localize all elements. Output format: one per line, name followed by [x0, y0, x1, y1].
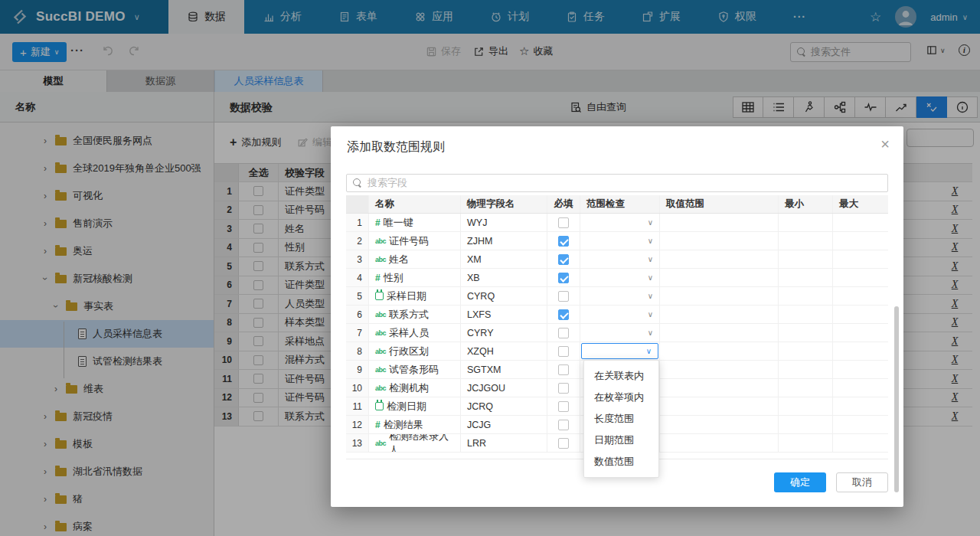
- required-checkbox[interactable]: [558, 254, 569, 265]
- field-display-name: 行政区划: [389, 345, 429, 358]
- number-type-icon: #: [375, 217, 381, 228]
- field-name-cell: abc试管条形码: [369, 361, 461, 378]
- value-range-cell: [660, 250, 779, 268]
- max-cell: [833, 232, 888, 250]
- required-checkbox[interactable]: [558, 346, 569, 357]
- fields-table-header: 名称 物理字段名 必填 范围检查 取值范围 最小 最大: [346, 195, 888, 214]
- field-name-cell: abc姓名: [369, 250, 461, 268]
- ok-button[interactable]: 确定: [774, 472, 826, 492]
- chevron-down-icon[interactable]: ∨: [648, 310, 653, 319]
- dropdown-option-1[interactable]: 在关联表内: [584, 365, 658, 387]
- dropdown-option-2[interactable]: 在枚举项内: [584, 387, 658, 408]
- min-cell: [779, 324, 833, 342]
- physical-field-name: JCJGOU: [461, 379, 547, 397]
- field-name-cell: #性别: [369, 269, 461, 286]
- max-cell: [833, 250, 888, 268]
- required-checkbox[interactable]: [558, 236, 569, 247]
- search-icon: [353, 178, 362, 188]
- chevron-down-icon[interactable]: ∨: [648, 328, 653, 337]
- required-checkbox[interactable]: [558, 383, 569, 394]
- string-type-icon: abc: [375, 440, 386, 447]
- min-cell: [779, 416, 833, 433]
- min-cell: [779, 306, 833, 323]
- field-search-input[interactable]: 搜索字段: [346, 174, 888, 192]
- max-cell: [833, 269, 888, 286]
- value-range-cell: [660, 361, 779, 378]
- min-cell: [779, 269, 833, 286]
- required-cell: [547, 287, 580, 305]
- max-cell: [833, 306, 888, 323]
- required-checkbox[interactable]: [558, 309, 569, 320]
- physical-field-name: XB: [461, 269, 547, 286]
- dropdown-option-3[interactable]: 长度范围: [584, 408, 658, 430]
- field-display-name: 采样日期: [387, 289, 426, 303]
- cancel-button[interactable]: 取消: [836, 472, 888, 492]
- max-cell: [833, 287, 888, 305]
- physical-field-name: WYJ: [461, 214, 547, 231]
- field-row: 5采样日期CYRQ∨: [346, 287, 888, 306]
- physical-field-name: XZQH: [461, 342, 547, 360]
- field-row-number: 11: [346, 397, 369, 415]
- field-name-cell: 检测日期: [369, 397, 461, 415]
- required-cell: [547, 269, 580, 286]
- value-range-cell: [660, 269, 779, 286]
- string-type-icon: abc: [375, 311, 386, 319]
- required-cell: [547, 250, 580, 268]
- chevron-down-icon[interactable]: ∨: [648, 292, 653, 300]
- min-cell: [779, 379, 833, 397]
- dialog-title: 添加取数范围规则: [347, 139, 445, 155]
- range-check-select-open[interactable]: ∨: [581, 343, 658, 359]
- min-cell: [779, 434, 833, 452]
- field-display-name: 唯一键: [384, 216, 413, 230]
- required-checkbox[interactable]: [558, 420, 569, 430]
- field-display-name: 性别: [384, 271, 403, 285]
- dropdown-option-5[interactable]: 数值范围: [584, 451, 658, 472]
- max-cell: [833, 397, 888, 415]
- field-row-number: 2: [346, 232, 369, 250]
- required-checkbox[interactable]: [558, 364, 569, 375]
- close-icon[interactable]: ×: [880, 136, 890, 152]
- required-cell: [547, 434, 580, 452]
- required-cell: [547, 324, 580, 342]
- value-range-cell: [660, 434, 779, 452]
- required-cell: [547, 361, 580, 378]
- field-display-name: 检测结果录入人: [389, 434, 454, 452]
- required-cell: [547, 397, 580, 415]
- max-cell: [833, 342, 888, 360]
- field-row: 8abc行政区划XZQH∨: [346, 342, 888, 361]
- dropdown-option-4[interactable]: 日期范围: [584, 430, 658, 451]
- max-cell: [833, 361, 888, 378]
- chevron-down-icon[interactable]: ∨: [648, 273, 653, 282]
- required-cell: [547, 306, 580, 323]
- field-name-cell: abc检测结果录入人: [369, 434, 461, 452]
- field-row: 3abc姓名XM∨: [346, 250, 888, 269]
- range-check-cell: ∨: [580, 250, 660, 268]
- string-type-icon: abc: [375, 329, 386, 337]
- field-row-number: 5: [346, 287, 369, 305]
- required-checkbox[interactable]: [558, 273, 569, 283]
- chevron-down-icon[interactable]: ∨: [648, 255, 653, 263]
- min-cell: [779, 250, 833, 268]
- required-checkbox[interactable]: [558, 291, 569, 302]
- number-type-icon: #: [375, 273, 381, 283]
- field-row-number: 9: [346, 361, 369, 378]
- scrollbar-thumb[interactable]: [894, 306, 899, 492]
- chevron-down-icon[interactable]: ∨: [648, 218, 653, 227]
- field-display-name: 检测机构: [389, 381, 429, 395]
- string-type-icon: abc: [375, 237, 386, 245]
- value-range-cell: [660, 342, 779, 360]
- chevron-down-icon[interactable]: ∨: [648, 237, 653, 245]
- field-name-cell: abc行政区划: [369, 342, 461, 360]
- field-display-name: 检测结果: [384, 418, 423, 432]
- required-checkbox[interactable]: [558, 328, 569, 338]
- required-checkbox[interactable]: [558, 217, 569, 228]
- range-check-cell: ∨: [580, 232, 660, 250]
- physical-field-name: LXFS: [461, 306, 547, 323]
- required-checkbox[interactable]: [558, 438, 569, 449]
- field-row: 6abc联系方式LXFS∨: [346, 306, 888, 324]
- range-check-cell: ∨: [580, 287, 660, 305]
- physical-field-name: ZJHM: [461, 232, 547, 250]
- required-cell: [547, 342, 580, 360]
- required-checkbox[interactable]: [558, 401, 569, 412]
- field-display-name: 试管条形码: [389, 363, 439, 377]
